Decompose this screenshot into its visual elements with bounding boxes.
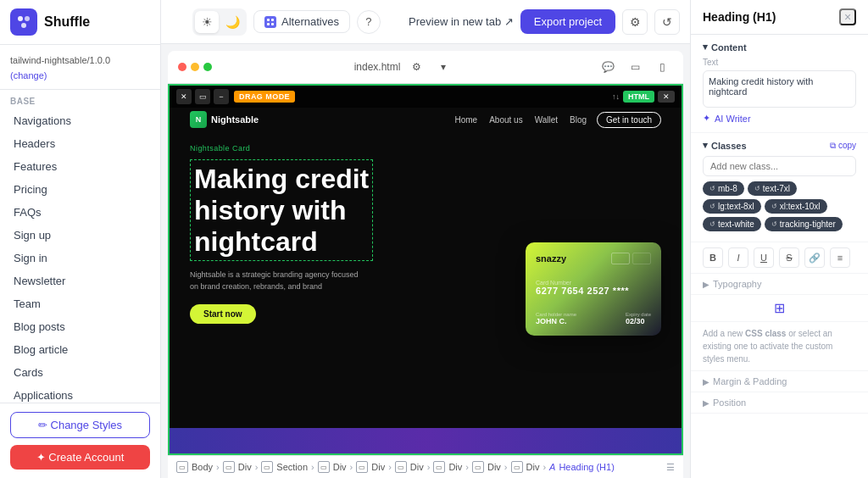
content-label: Content <box>711 42 747 53</box>
classes-toggle[interactable]: ▾ Classes <box>703 140 747 151</box>
typography-chevron: ▶ <box>703 280 709 289</box>
italic-button[interactable]: I <box>728 247 748 268</box>
canvas-settings-button[interactable]: ⚙ <box>405 56 427 78</box>
sidebar-item-signup[interactable]: Sign up <box>0 224 160 247</box>
sidebar-item-cards[interactable]: Cards <box>0 361 160 384</box>
position-header[interactable]: ▶ Position <box>703 397 856 408</box>
ai-writer-button[interactable]: ✦ AI Writer <box>703 111 751 125</box>
breadcrumb-body[interactable]: ▭ Body <box>176 461 213 473</box>
copy-classes-button[interactable]: ⧉ copy <box>830 141 856 151</box>
link-button[interactable]: 🔗 <box>804 247 825 268</box>
export-button[interactable]: Export project <box>520 9 615 34</box>
card-holder-label: Card holder name <box>536 312 576 317</box>
canvas-desktop-button[interactable]: ▭ <box>624 56 646 78</box>
canvas-mobile-button[interactable]: ▯ <box>651 56 673 78</box>
preview-nav: N Nightsable Home About us Wallet Blog G… <box>170 104 682 135</box>
svg-rect-5 <box>267 23 270 25</box>
hero-card-label: Nightsable Card <box>190 144 504 153</box>
canvas-chevron-button[interactable]: ▾ <box>432 56 454 78</box>
layout-icon: ⊞ <box>774 300 785 316</box>
nav-link-about[interactable]: About us <box>489 115 522 125</box>
sidebar-item-blogposts[interactable]: Blog posts <box>0 315 160 338</box>
hero-description: Nightsable is a strategic branding agenc… <box>190 270 359 292</box>
breadcrumb-div-4[interactable]: ▭ Div <box>395 461 424 473</box>
topbar-right: Preview in new tab ↗ Export project ⚙ ↺ <box>409 9 680 35</box>
breadcrumb-div-5[interactable]: ▭ Div <box>433 461 462 473</box>
breadcrumb-div-1[interactable]: ▭ Div <box>223 461 252 473</box>
sidebar-nav: Navigations Headers Features Pricing FAQ… <box>0 109 160 403</box>
project-change-link[interactable]: (change) <box>10 70 47 81</box>
canvas-chat-button[interactable]: 💬 <box>597 56 619 78</box>
drag-icon-minus: − <box>214 89 229 104</box>
margin-chevron: ▶ <box>703 377 709 386</box>
alternatives-label: Alternatives <box>281 15 339 28</box>
text-content-field[interactable]: Making credit history with nightcard <box>703 70 856 108</box>
change-styles-button[interactable]: ✏ Change Styles <box>10 412 150 438</box>
sidebar-item-team[interactable]: Team <box>0 292 160 315</box>
classes-chevron: ▾ <box>703 140 708 151</box>
breadcrumb-menu-button[interactable]: ☰ <box>666 462 675 473</box>
underline-button[interactable]: U <box>754 247 774 268</box>
help-button[interactable]: ? <box>357 10 381 34</box>
preview-frame-close[interactable]: ✕ <box>658 91 675 103</box>
theme-dark-button[interactable]: 🌙 <box>220 11 244 33</box>
svg-rect-3 <box>267 19 270 21</box>
hero-right: ✦ ✦ snazzy <box>517 144 661 442</box>
position-label: Position <box>713 397 746 408</box>
nav-link-blog[interactable]: Blog <box>570 115 587 125</box>
canvas-area: index.html ⚙ ▾ 💬 ▭ ▯ ✕ ▭ <box>161 44 690 478</box>
breadcrumb-section[interactable]: ▭ Section <box>261 461 308 473</box>
sidebar-item-newsletter[interactable]: Newsletter <box>0 270 160 292</box>
nav-link-wallet[interactable]: Wallet <box>535 115 558 125</box>
credit-card: snazzy Card Number 6277 7654 2527 <box>526 242 661 336</box>
class-tag-mb8[interactable]: ↺ mb-8 <box>703 181 744 196</box>
sidebar-item-pricing[interactable]: Pricing <box>0 178 160 201</box>
breadcrumb-div-2[interactable]: ▭ Div <box>318 461 347 473</box>
settings-button[interactable]: ⚙ <box>622 9 648 35</box>
class-tag-xltext10xl[interactable]: ↺ xl:text-10xl <box>765 199 827 214</box>
class-tag-text7xl[interactable]: ↺ text-7xl <box>748 181 797 196</box>
theme-light-button[interactable]: ☀ <box>195 11 219 33</box>
class-tag-textwhite[interactable]: ↺ text-white <box>703 217 761 231</box>
history-button[interactable]: ↺ <box>654 9 680 35</box>
get-in-touch-button[interactable]: Get in touch <box>597 112 661 128</box>
card-brand: snazzy <box>536 253 566 264</box>
sidebar-item-applications[interactable]: Applications <box>0 384 160 403</box>
class-tag-lgtext8xl[interactable]: ↺ lg:text-8xl <box>703 199 761 214</box>
sidebar-item-faqs[interactable]: FAQs <box>0 201 160 224</box>
typography-header[interactable]: ▶ Typography <box>703 279 856 289</box>
content-section-header[interactable]: ▾ Content <box>703 42 856 53</box>
html-badge: HTML <box>623 91 654 103</box>
card-exp-value: 02/30 <box>626 317 651 325</box>
strikethrough-button[interactable]: S <box>779 247 799 268</box>
add-class-input[interactable] <box>703 156 856 176</box>
breadcrumb-current[interactable]: A Heading (H1) <box>549 462 615 472</box>
position-chevron: ▶ <box>703 398 709 408</box>
breadcrumb-div-3[interactable]: ▭ Div <box>356 461 385 473</box>
sidebar-item-blogarticle[interactable]: Blog article <box>0 338 160 361</box>
panel-close-button[interactable]: × <box>839 8 856 25</box>
align-button[interactable]: ≡ <box>830 247 850 268</box>
class-tag-trackingtighter[interactable]: ↺ tracking-tighter <box>765 217 843 231</box>
ai-writer-icon: ✦ <box>703 113 710 124</box>
sidebar-item-signin[interactable]: Sign in <box>0 247 160 270</box>
nav-link-home[interactable]: Home <box>454 115 477 125</box>
margin-header[interactable]: ▶ Margin & Padding <box>703 376 856 386</box>
margin-section: ▶ Margin & Padding <box>691 371 868 392</box>
sidebar-item-navigations[interactable]: Navigations <box>0 109 160 132</box>
preview-button[interactable]: Preview in new tab ↗ <box>409 15 514 28</box>
card-bottom: Card holder name JOHN C. Expiry date 02/… <box>536 312 651 325</box>
classes-section-header: ▾ Classes ⧉ copy <box>703 140 856 151</box>
breadcrumb-div-6[interactable]: ▭ Div <box>472 461 501 473</box>
copy-label: copy <box>838 141 856 150</box>
sidebar-item-headers[interactable]: Headers <box>0 132 160 155</box>
breadcrumb-current-icon: A <box>549 462 555 472</box>
alternatives-button[interactable]: Alternatives <box>253 10 350 33</box>
breadcrumb-div-7[interactable]: ▭ Div <box>511 461 540 473</box>
bold-button[interactable]: B <box>703 247 723 268</box>
topbar: ☀ 🌙 Alternatives ? Preview in new tab ↗ … <box>161 0 690 44</box>
create-account-button[interactable]: ✦ Create Account <box>10 445 150 470</box>
hero-cta-button[interactable]: Start now <box>190 304 256 324</box>
drag-icon-box: ▭ <box>195 89 210 104</box>
sidebar-item-features[interactable]: Features <box>0 155 160 178</box>
